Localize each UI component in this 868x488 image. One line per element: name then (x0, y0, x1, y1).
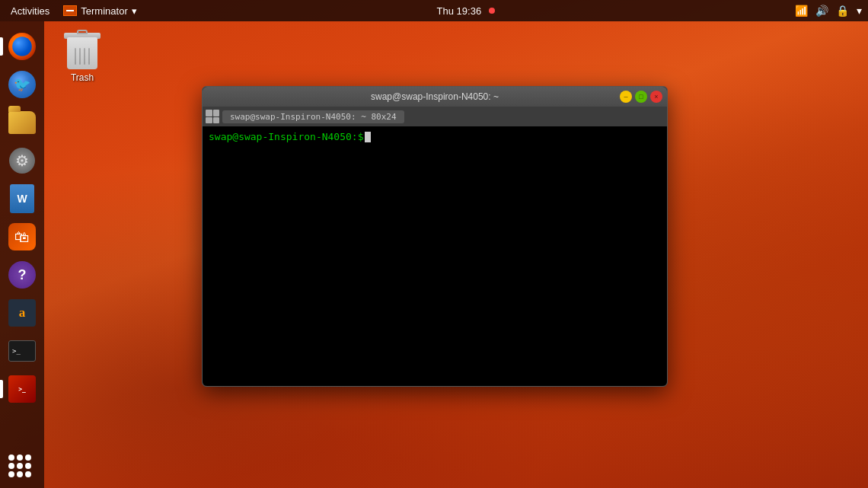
desktop-trash[interactable]: Trash (61, 27, 104, 86)
terminal-small-icon: >_ (8, 340, 36, 362)
terminator-dock-icon: >_ (8, 375, 36, 403)
amazon-icon: a (8, 299, 36, 327)
volume-icon[interactable]: 🔊 (815, 5, 828, 17)
sidebar-item-thunderbird[interactable]: 🐦 (5, 67, 40, 102)
window-titlebar[interactable]: swap@swap-Inspiron-N4050: ~ – □ × (203, 87, 667, 107)
close-button[interactable]: × (650, 91, 662, 103)
cursor (365, 132, 371, 142)
sidebar-item-terminal[interactable]: >_ (5, 333, 40, 368)
trash-icon (64, 30, 101, 69)
sidebar-item-terminator[interactable]: >_ (5, 372, 40, 407)
prompt-user: swap@swap-Inspiron-N4050: (209, 131, 358, 142)
wifi-icon[interactable]: 📶 (795, 5, 808, 17)
app-name-label: Terminator (81, 5, 127, 17)
terminal-prompt-line: swap@swap-Inspiron-N4050: $ (209, 131, 661, 142)
terminal-tab[interactable]: swap@swap-Inspiron-N4050: ~ 80x24 (222, 110, 404, 123)
terminal-area[interactable]: swap@swap-Inspiron-N4050: $ (203, 126, 667, 386)
appstore-icon: 🛍 (8, 223, 36, 250)
files-icon (8, 111, 36, 134)
recording-dot (489, 8, 495, 14)
lock-icon[interactable]: 🔒 (836, 5, 849, 17)
sidebar-item-files[interactable] (5, 105, 40, 140)
terminator-window: swap@swap-Inspiron-N4050: ~ – □ × swap@s… (202, 86, 668, 387)
show-applications-button[interactable] (8, 455, 36, 482)
sidebar-item-appstore[interactable]: 🛍 (5, 219, 40, 254)
tab-bar: swap@swap-Inspiron-N4050: ~ 80x24 (203, 107, 667, 126)
firefox-icon (8, 33, 36, 60)
panel-left: Activities Terminator ▾ (6, 4, 137, 18)
sidebar-item-settings[interactable]: ⚙ (5, 143, 40, 178)
minimize-button[interactable]: – (620, 91, 632, 103)
trash-label: Trash (71, 72, 94, 83)
clock-text: Thu 19:36 (437, 5, 482, 17)
app-indicator[interactable]: Terminator ▾ (63, 5, 136, 17)
sidebar-dock: 🐦 ⚙ W 🛍 ? a >_ >_ (0, 21, 44, 488)
split-layout-icon[interactable] (206, 110, 219, 123)
window-controls: – □ × (620, 91, 662, 103)
maximize-button[interactable]: □ (635, 91, 647, 103)
panel-clock[interactable]: Thu 19:36 (437, 5, 496, 17)
window-title: swap@swap-Inspiron-N4050: ~ (371, 91, 499, 102)
panel-right: 📶 🔊 🔒 ▾ (795, 5, 862, 17)
panel-dropdown-icon[interactable]: ▾ (857, 5, 862, 17)
sidebar-item-amazon[interactable]: a (5, 295, 40, 330)
sidebar-item-firefox[interactable] (5, 29, 40, 64)
sidebar-item-writer[interactable]: W (5, 181, 40, 216)
settings-icon: ⚙ (9, 148, 35, 174)
activities-button[interactable]: Activities (6, 4, 54, 18)
prompt-dollar: $ (358, 131, 364, 142)
help-icon: ? (8, 261, 36, 289)
terminator-panel-icon (63, 5, 77, 16)
writer-icon: W (10, 184, 34, 213)
top-panel: Activities Terminator ▾ Thu 19:36 📶 🔊 🔒 … (0, 0, 868, 21)
sidebar-item-help[interactable]: ? (5, 257, 40, 292)
app-dropdown-arrow[interactable]: ▾ (132, 5, 137, 17)
thunderbird-icon: 🐦 (8, 71, 36, 98)
